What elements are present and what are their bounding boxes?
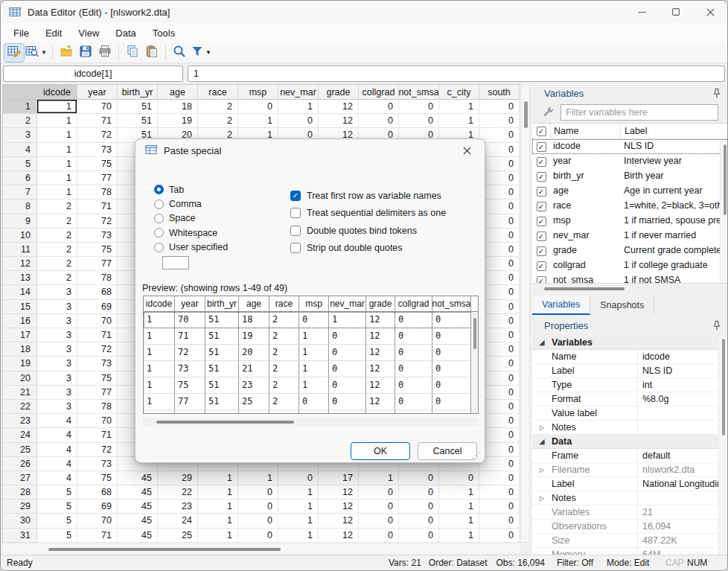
cell[interactable]: 12	[319, 514, 359, 528]
cell[interactable]: 0	[479, 414, 520, 428]
column-header-msp[interactable]: msp	[238, 85, 278, 100]
cell[interactable]: 0	[399, 514, 439, 528]
cell[interactable]: 1	[238, 114, 278, 128]
cell[interactable]: 0	[479, 243, 520, 257]
scrollbar-thumb[interactable]	[724, 144, 727, 215]
menu-view[interactable]: View	[70, 25, 107, 42]
cell[interactable]: 71	[77, 114, 118, 128]
cell[interactable]: 1	[278, 529, 319, 543]
checkbox-treat-first-row-as-variable-names[interactable]: ✓Treat first row as variable names	[290, 187, 446, 205]
preview-row[interactable]: 17051182011200	[144, 312, 478, 328]
row-header[interactable]: 19	[3, 357, 37, 371]
cell[interactable]: 68	[77, 285, 118, 299]
cell[interactable]: 1	[37, 143, 77, 157]
cell[interactable]: 0	[399, 114, 439, 128]
cell[interactable]: 0	[479, 342, 520, 357]
copy-button[interactable]	[123, 44, 142, 62]
row-header[interactable]: 31	[3, 529, 37, 543]
menu-edit[interactable]: Edit	[37, 25, 70, 42]
cell[interactable]: 1	[198, 514, 238, 528]
find-button[interactable]	[170, 44, 189, 62]
row-header[interactable]: 5	[3, 157, 37, 171]
variable-row-age[interactable]: ✓ageAge in current year	[532, 184, 728, 199]
preview-row[interactable]: 17251202101200	[144, 345, 478, 361]
column-header-birth_yr[interactable]: birth_yr	[118, 85, 158, 100]
column-header-not_smsa[interactable]: not_smsa	[399, 85, 439, 100]
cell[interactable]: 0	[399, 485, 439, 500]
ok-button[interactable]: OK	[351, 442, 410, 460]
variable-row-race[interactable]: ✓race1=white, 2=black, 3=other	[532, 199, 728, 214]
cell[interactable]: 71	[77, 328, 118, 342]
cell[interactable]: 75	[77, 243, 118, 257]
wrench-icon[interactable]	[542, 106, 554, 121]
cell[interactable]: 75	[77, 371, 118, 386]
cell[interactable]: 4	[37, 457, 77, 471]
property-row-notes[interactable]: ▷Notes	[532, 491, 728, 505]
label-column-header[interactable]: Label	[620, 124, 728, 139]
cell[interactable]: 0	[479, 443, 520, 457]
cell[interactable]: 71	[77, 428, 118, 442]
variable-checkbox[interactable]: ✓	[532, 246, 550, 256]
cell[interactable]: 12	[319, 485, 359, 500]
cell[interactable]: 3	[37, 400, 77, 414]
save-button[interactable]	[76, 44, 95, 62]
cell[interactable]: 5	[37, 514, 77, 528]
variable-row-not_smsa[interactable]: ✓not_smsa1 if not SMSA	[532, 273, 728, 284]
cell[interactable]: 1	[37, 114, 77, 128]
cell[interactable]: 69	[77, 500, 118, 514]
cell[interactable]: 0	[238, 514, 278, 528]
cell[interactable]: 1	[439, 100, 479, 114]
cell[interactable]: 12	[319, 500, 359, 514]
cell[interactable]: 0	[479, 314, 520, 328]
cell[interactable]: 4	[37, 428, 77, 442]
row-header[interactable]: 21	[3, 386, 37, 400]
variable-checkbox[interactable]: ✓	[532, 142, 550, 152]
variable-row-birth_yr[interactable]: ✓birth_yrBirth year	[532, 169, 728, 184]
row-header[interactable]: 3	[3, 128, 37, 142]
menu-tools[interactable]: Tools	[144, 25, 183, 42]
row-header[interactable]: 18	[3, 342, 37, 357]
radio-comma[interactable]: Comma	[154, 197, 228, 211]
dialog-close-button[interactable]	[450, 139, 483, 162]
preview-row[interactable]: 17351212101200	[144, 361, 478, 377]
cell[interactable]: 5	[37, 500, 77, 514]
cell[interactable]: 73	[77, 143, 118, 157]
cell[interactable]: 3	[37, 357, 77, 371]
cell[interactable]: 25	[158, 529, 198, 543]
variable-row-collgrad[interactable]: ✓collgrad1 if college graduate	[532, 258, 728, 273]
variable-checkbox[interactable]: ✓	[532, 172, 550, 182]
cell[interactable]: 78	[77, 271, 118, 285]
cell[interactable]: 12	[319, 100, 359, 114]
column-header-nev_mar[interactable]: nev_mar	[278, 85, 319, 100]
menu-data[interactable]: Data	[107, 25, 144, 42]
cell[interactable]: 45	[118, 485, 158, 500]
variable-checkbox[interactable]: ✓	[532, 232, 550, 241]
variable-row-msp[interactable]: ✓msp1 if married, spouse present	[532, 214, 728, 229]
cell[interactable]: 0	[479, 271, 520, 285]
row-header[interactable]: 12	[3, 257, 37, 271]
property-row-format[interactable]: Format%8.0g	[532, 392, 728, 406]
data-browse-button[interactable]: ▼	[24, 44, 48, 62]
radio-space[interactable]: Space	[154, 211, 228, 226]
cell[interactable]: 0	[439, 471, 479, 485]
name-column-header[interactable]: Name	[550, 124, 620, 139]
cell-value-box[interactable]: 1	[188, 66, 725, 82]
cell[interactable]: 71	[77, 200, 118, 214]
cell[interactable]: 0	[479, 114, 520, 128]
cell[interactable]: 45	[118, 529, 158, 543]
cell[interactable]: 0	[479, 357, 520, 371]
cell[interactable]: 19	[158, 114, 198, 128]
cell[interactable]: 72	[77, 443, 118, 457]
cell[interactable]: 1	[359, 471, 399, 485]
cell[interactable]: 0	[238, 100, 278, 114]
cell[interactable]: 0	[278, 114, 319, 128]
cell[interactable]: 0	[399, 100, 439, 114]
scrollbar-thumb[interactable]	[544, 287, 625, 290]
property-row-size[interactable]: Size487.22K	[532, 534, 728, 548]
row-header[interactable]: 1	[3, 100, 37, 114]
cell[interactable]: 17	[319, 471, 359, 485]
cell[interactable]: 0	[238, 485, 278, 500]
variables-vertical-scrollbar[interactable]	[720, 140, 728, 283]
row-header[interactable]: 6	[3, 171, 37, 185]
column-header-grade[interactable]: grade	[319, 85, 359, 100]
